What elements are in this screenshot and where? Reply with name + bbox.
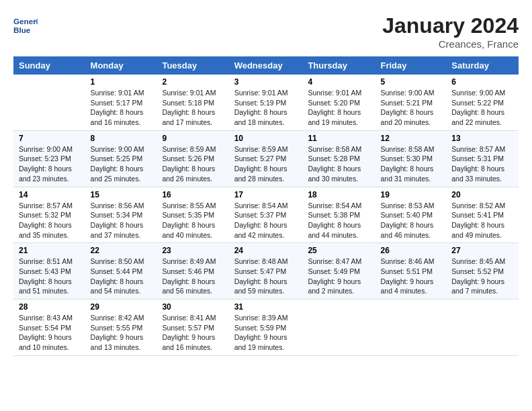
day-info: Sunrise: 9:00 AMSunset: 5:25 PMDaylight:… — [91, 144, 152, 184]
calendar-week-row: 7 Sunrise: 9:00 AMSunset: 5:23 PMDayligh… — [13, 130, 519, 187]
day-number: 14 — [19, 190, 80, 199]
day-info: Sunrise: 9:01 AMSunset: 5:17 PMDaylight:… — [91, 88, 152, 128]
calendar-week-row: 21 Sunrise: 8:51 AMSunset: 5:43 PMDaylig… — [13, 243, 519, 300]
col-thursday: Thursday — [302, 56, 375, 75]
day-info: Sunrise: 8:47 AMSunset: 5:49 PMDaylight:… — [308, 257, 369, 296]
calendar-cell — [13, 75, 85, 130]
day-number: 24 — [234, 246, 298, 255]
day-info: Sunrise: 8:59 AMSunset: 5:26 PMDaylight:… — [162, 144, 223, 184]
calendar-table: Sunday Monday Tuesday Wednesday Thursday… — [13, 56, 519, 356]
calendar-cell: 14 Sunrise: 8:57 AMSunset: 5:32 PMDaylig… — [13, 187, 85, 243]
day-info: Sunrise: 8:49 AMSunset: 5:46 PMDaylight:… — [162, 257, 223, 296]
calendar-cell: 13 Sunrise: 8:57 AMSunset: 5:31 PMDaylig… — [446, 130, 519, 187]
calendar-cell: 19 Sunrise: 8:53 AMSunset: 5:40 PMDaylig… — [375, 187, 446, 243]
calendar-cell: 21 Sunrise: 8:51 AMSunset: 5:43 PMDaylig… — [13, 243, 85, 300]
calendar-cell — [302, 300, 375, 356]
calendar-cell — [446, 300, 519, 356]
day-info: Sunrise: 8:54 AMSunset: 5:37 PMDaylight:… — [234, 201, 298, 240]
day-info: Sunrise: 9:01 AMSunset: 5:20 PMDaylight:… — [308, 88, 369, 128]
day-number: 16 — [162, 190, 223, 199]
day-number: 19 — [380, 190, 441, 199]
day-number: 27 — [451, 246, 513, 255]
day-info: Sunrise: 8:42 AMSunset: 5:55 PMDaylight:… — [91, 313, 152, 353]
calendar-cell: 1 Sunrise: 9:01 AMSunset: 5:17 PMDayligh… — [85, 75, 157, 130]
day-number: 12 — [380, 134, 441, 143]
day-number: 15 — [91, 190, 152, 199]
calendar-cell: 4 Sunrise: 9:01 AMSunset: 5:20 PMDayligh… — [302, 75, 375, 130]
logo-icon: General Blue — [13, 13, 38, 38]
calendar-cell: 15 Sunrise: 8:56 AMSunset: 5:34 PMDaylig… — [85, 187, 157, 243]
calendar-week-row: 1 Sunrise: 9:01 AMSunset: 5:17 PMDayligh… — [13, 75, 519, 130]
day-number: 1 — [91, 77, 152, 87]
col-sunday: Sunday — [13, 56, 85, 75]
day-number: 20 — [451, 190, 513, 199]
day-info: Sunrise: 8:58 AMSunset: 5:28 PMDaylight:… — [308, 144, 369, 184]
day-number: 31 — [234, 302, 298, 312]
day-number: 29 — [91, 302, 152, 312]
day-info: Sunrise: 8:39 AMSunset: 5:59 PMDaylight:… — [234, 313, 298, 353]
day-number: 6 — [451, 77, 513, 87]
col-monday: Monday — [85, 56, 157, 75]
day-number: 13 — [451, 134, 513, 143]
calendar-cell: 30 Sunrise: 8:41 AMSunset: 5:57 PMDaylig… — [157, 300, 228, 356]
day-number: 18 — [308, 190, 369, 199]
day-info: Sunrise: 8:59 AMSunset: 5:27 PMDaylight:… — [234, 144, 298, 184]
calendar-cell: 29 Sunrise: 8:42 AMSunset: 5:55 PMDaylig… — [85, 300, 157, 356]
day-info: Sunrise: 8:56 AMSunset: 5:34 PMDaylight:… — [91, 201, 152, 240]
day-number: 3 — [234, 77, 298, 87]
col-wednesday: Wednesday — [229, 56, 303, 75]
calendar-week-row: 14 Sunrise: 8:57 AMSunset: 5:32 PMDaylig… — [13, 187, 519, 243]
day-info: Sunrise: 8:46 AMSunset: 5:51 PMDaylight:… — [380, 257, 441, 296]
day-number: 5 — [380, 77, 441, 87]
calendar-cell: 12 Sunrise: 8:58 AMSunset: 5:30 PMDaylig… — [375, 130, 446, 187]
day-number: 11 — [308, 134, 369, 143]
svg-text:General: General — [13, 17, 38, 26]
calendar-cell: 22 Sunrise: 8:50 AMSunset: 5:44 PMDaylig… — [85, 243, 157, 300]
day-info: Sunrise: 9:00 AMSunset: 5:23 PMDaylight:… — [19, 144, 80, 184]
calendar-cell: 27 Sunrise: 8:45 AMSunset: 5:52 PMDaylig… — [446, 243, 519, 300]
day-number: 26 — [380, 246, 441, 255]
day-number: 22 — [91, 246, 152, 255]
calendar-cell: 5 Sunrise: 9:00 AMSunset: 5:21 PMDayligh… — [375, 75, 446, 130]
calendar-cell: 9 Sunrise: 8:59 AMSunset: 5:26 PMDayligh… — [157, 130, 228, 187]
day-info: Sunrise: 8:52 AMSunset: 5:41 PMDaylight:… — [451, 201, 513, 240]
calendar-cell: 3 Sunrise: 9:01 AMSunset: 5:19 PMDayligh… — [229, 75, 303, 130]
day-info: Sunrise: 8:53 AMSunset: 5:40 PMDaylight:… — [380, 201, 441, 240]
page-header: General Blue January 2024 Creances, Fran… — [13, 13, 519, 50]
day-number: 23 — [162, 246, 223, 255]
calendar-cell: 31 Sunrise: 8:39 AMSunset: 5:59 PMDaylig… — [229, 300, 303, 356]
calendar-cell: 6 Sunrise: 9:00 AMSunset: 5:22 PMDayligh… — [446, 75, 519, 130]
calendar-cell: 28 Sunrise: 8:43 AMSunset: 5:54 PMDaylig… — [13, 300, 85, 356]
day-info: Sunrise: 9:01 AMSunset: 5:18 PMDaylight:… — [162, 88, 223, 128]
calendar-cell: 10 Sunrise: 8:59 AMSunset: 5:27 PMDaylig… — [229, 130, 303, 187]
day-info: Sunrise: 8:45 AMSunset: 5:52 PMDaylight:… — [451, 257, 513, 296]
location: Creances, France — [382, 38, 519, 50]
day-number: 30 — [162, 302, 223, 312]
calendar-cell: 20 Sunrise: 8:52 AMSunset: 5:41 PMDaylig… — [446, 187, 519, 243]
col-saturday: Saturday — [446, 56, 519, 75]
calendar-week-row: 28 Sunrise: 8:43 AMSunset: 5:54 PMDaylig… — [13, 300, 519, 356]
day-info: Sunrise: 8:48 AMSunset: 5:47 PMDaylight:… — [234, 257, 298, 296]
month-title: January 2024 — [382, 13, 519, 38]
day-number: 9 — [162, 134, 223, 143]
day-info: Sunrise: 8:54 AMSunset: 5:38 PMDaylight:… — [308, 201, 369, 240]
calendar-cell: 24 Sunrise: 8:48 AMSunset: 5:47 PMDaylig… — [229, 243, 303, 300]
title-block: January 2024 Creances, France — [382, 13, 519, 50]
calendar-cell: 7 Sunrise: 9:00 AMSunset: 5:23 PMDayligh… — [13, 130, 85, 187]
day-number: 28 — [19, 302, 80, 312]
day-info: Sunrise: 9:00 AMSunset: 5:22 PMDaylight:… — [451, 88, 513, 128]
calendar-cell: 8 Sunrise: 9:00 AMSunset: 5:25 PMDayligh… — [85, 130, 157, 187]
calendar-cell: 23 Sunrise: 8:49 AMSunset: 5:46 PMDaylig… — [157, 243, 228, 300]
day-number: 10 — [234, 134, 298, 143]
day-info: Sunrise: 8:58 AMSunset: 5:30 PMDaylight:… — [380, 144, 441, 184]
day-info: Sunrise: 8:51 AMSunset: 5:43 PMDaylight:… — [19, 257, 80, 296]
calendar-cell: 26 Sunrise: 8:46 AMSunset: 5:51 PMDaylig… — [375, 243, 446, 300]
day-number: 2 — [162, 77, 223, 87]
calendar-header-row: Sunday Monday Tuesday Wednesday Thursday… — [13, 56, 519, 75]
day-info: Sunrise: 9:00 AMSunset: 5:21 PMDaylight:… — [380, 88, 441, 128]
col-tuesday: Tuesday — [157, 56, 228, 75]
day-number: 17 — [234, 190, 298, 199]
calendar-cell — [375, 300, 446, 356]
calendar-cell: 16 Sunrise: 8:55 AMSunset: 5:35 PMDaylig… — [157, 187, 228, 243]
calendar-cell: 11 Sunrise: 8:58 AMSunset: 5:28 PMDaylig… — [302, 130, 375, 187]
